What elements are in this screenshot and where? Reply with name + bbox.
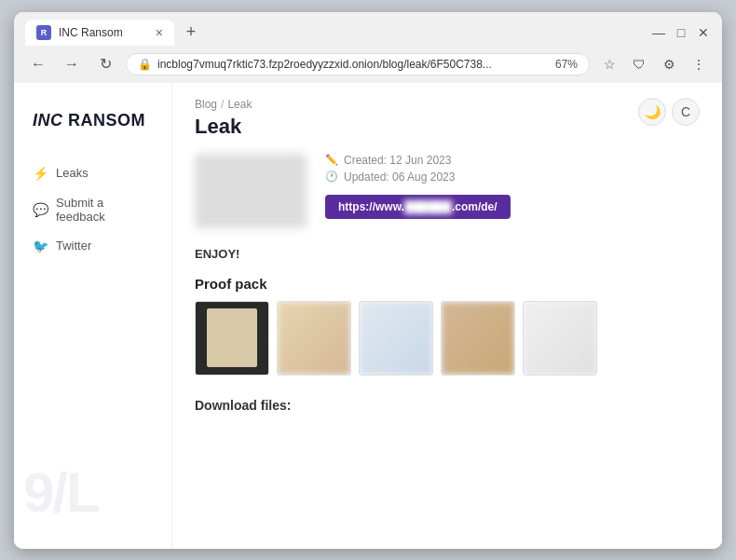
- tab-title: INC Ransom: [59, 26, 148, 39]
- reload-button[interactable]: ↻: [92, 51, 118, 77]
- star-icon[interactable]: ☆: [597, 52, 621, 76]
- forward-button[interactable]: →: [59, 51, 85, 77]
- logo-ransom: RANSOM: [68, 111, 145, 130]
- logo-area: INC RANSOM: [14, 102, 171, 158]
- nav-bar: ← → ↻ 🔒 incblog7vmuq7rktic73.fzp2roedyyz…: [14, 46, 722, 83]
- breadcrumb-separator: /: [221, 98, 224, 111]
- proof-images: [195, 301, 700, 376]
- created-date: ✏️ Created: 12 Jun 2023: [325, 154, 700, 167]
- breadcrumb-blog[interactable]: Blog: [195, 98, 217, 111]
- sidebar-item-feedback[interactable]: 💬 Submit a feedback: [23, 188, 162, 231]
- leak-header: ✏️ Created: 12 Jun 2023 🕐 Updated: 06 Au…: [195, 154, 700, 228]
- logo: INC RANSOM: [33, 111, 153, 130]
- nav-icons: ☆ 🛡 ⚙ ⋮: [597, 52, 711, 76]
- back-button[interactable]: ←: [25, 51, 51, 77]
- zoom-level: 67%: [555, 58, 578, 71]
- sidebar-item-twitter[interactable]: 🐦 Twitter: [23, 231, 162, 261]
- leaks-label: Leaks: [56, 166, 89, 180]
- breadcrumb-leak[interactable]: Leak: [227, 98, 252, 111]
- page-body: INC RANSOM ⚡ Leaks 💬 Submit a feedback 🐦…: [14, 83, 722, 549]
- address-text: incblog7vmuq7rktic73.fzp2roedyyzzxid.oni…: [157, 58, 550, 71]
- twitter-label: Twitter: [56, 239, 91, 253]
- top-right-controls: 🌙 C: [638, 98, 700, 126]
- active-tab[interactable]: R INC Ransom ×: [25, 20, 174, 46]
- url-blurred-domain: ██████: [404, 200, 452, 213]
- enjoy-text: ENJOY!: [195, 247, 700, 261]
- extensions-icon[interactable]: ⚙: [657, 52, 681, 76]
- proof-image-3[interactable]: [359, 301, 433, 376]
- proof-image-5[interactable]: [523, 301, 597, 376]
- doc-id-card: [360, 302, 432, 375]
- maximize-button[interactable]: □: [674, 25, 688, 40]
- doc-passport-1: [278, 302, 350, 375]
- window-controls: — □ ✕: [651, 25, 711, 40]
- proof-image-2[interactable]: [277, 301, 351, 376]
- main-content: Blog / Leak Leak 🌙 C ✏️ Created: 12 Jun …: [172, 83, 722, 549]
- menu-icon[interactable]: ⋮: [687, 52, 711, 76]
- leaks-icon: ⚡: [33, 166, 48, 181]
- close-button[interactable]: ✕: [696, 25, 711, 40]
- clock-icon: 🕐: [325, 171, 338, 183]
- leak-url-button[interactable]: https://www.██████.com/de/: [325, 195, 511, 219]
- doc-page: [207, 308, 258, 366]
- doc-passport-2: [442, 302, 514, 375]
- feedback-label: Submit a feedback: [56, 196, 153, 224]
- title-bar: R INC Ransom × + — □ ✕: [14, 12, 722, 46]
- breadcrumb: Blog / Leak: [195, 98, 700, 111]
- feedback-icon: 💬: [33, 202, 48, 217]
- proof-image-4[interactable]: [441, 301, 515, 376]
- light-mode-toggle[interactable]: C: [672, 98, 700, 126]
- browser-window: R INC Ransom × + — □ ✕ ← → ↻ 🔒 incblog7v…: [14, 12, 722, 549]
- proof-pack-title: Proof pack: [195, 276, 700, 292]
- download-section: Download files:: [195, 398, 700, 413]
- pencil-icon: ✏️: [325, 154, 338, 166]
- lock-icon: 🔒: [138, 58, 152, 71]
- leak-meta: ✏️ Created: 12 Jun 2023 🕐 Updated: 06 Au…: [325, 154, 700, 219]
- sidebar: INC RANSOM ⚡ Leaks 💬 Submit a feedback 🐦…: [14, 83, 172, 549]
- dark-mode-toggle[interactable]: 🌙: [638, 98, 666, 126]
- sidebar-nav: ⚡ Leaks 💬 Submit a feedback 🐦 Twitter: [14, 158, 171, 261]
- leak-thumbnail: [195, 154, 307, 228]
- shield-icon[interactable]: 🛡: [627, 52, 651, 76]
- watermark: 9/L: [23, 465, 99, 521]
- tab-favicon: R: [36, 25, 51, 40]
- address-bar[interactable]: 🔒 incblog7vmuq7rktic73.fzp2roedyyzzxid.o…: [126, 53, 590, 75]
- logo-inc: INC: [33, 111, 63, 130]
- updated-date: 🕐 Updated: 06 Aug 2023: [325, 171, 700, 184]
- doc-white-page: [524, 302, 596, 375]
- tab-close-button[interactable]: ×: [156, 26, 163, 39]
- proof-image-1[interactable]: [195, 301, 269, 376]
- page-title: Leak: [195, 115, 700, 139]
- minimize-button[interactable]: —: [651, 25, 666, 40]
- doc-dark-cover: [196, 302, 268, 375]
- new-tab-button[interactable]: +: [178, 20, 204, 46]
- sidebar-item-leaks[interactable]: ⚡ Leaks: [23, 158, 162, 188]
- tab-bar: R INC Ransom × +: [25, 20, 644, 46]
- twitter-icon: 🐦: [33, 239, 48, 253]
